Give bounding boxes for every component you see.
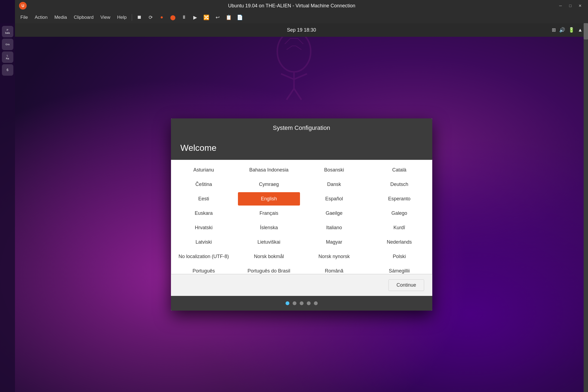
language-item[interactable]: Nederlands (368, 235, 430, 249)
scrollbar-thumb[interactable] (584, 23, 588, 39)
taskbar: Pbala Gra LRa 6 (0, 23, 15, 392)
language-item[interactable]: Português (173, 264, 235, 274)
menu-clipboard[interactable]: Clipboard (71, 14, 96, 21)
language-item[interactable]: Galego (368, 207, 430, 220)
toolbar-record1[interactable]: ● (157, 13, 167, 22)
language-item[interactable]: Português do Brasil (238, 264, 300, 274)
minimize-button[interactable]: ─ (557, 2, 564, 10)
toolbar-play[interactable]: ▶ (190, 13, 200, 22)
window-app-icon: U (19, 2, 27, 10)
language-item[interactable]: Deutsch (368, 178, 430, 191)
maximize-button[interactable]: □ (566, 2, 574, 10)
language-item[interactable]: Norsk bokmål (238, 250, 300, 263)
status-icons: ⊞ 🔊 🔋 ▲ (552, 27, 583, 33)
language-item[interactable]: Íslenska (238, 221, 300, 234)
pagination-dot-0[interactable] (286, 301, 289, 305)
language-item[interactable]: Italiano (303, 221, 365, 234)
pagination-dot-3[interactable] (307, 301, 311, 305)
language-item[interactable]: Cymraeg (238, 178, 300, 191)
taskbar-item-2[interactable]: LRa (2, 51, 13, 63)
toolbar-restart[interactable]: ⟳ (146, 13, 155, 22)
window-title: Ubuntu 19.04 on THE-ALIEN - Virtual Mach… (32, 3, 551, 9)
menu-media[interactable]: Media (52, 14, 70, 21)
system-config-dialog: System Configuration Welcome AsturianuBa… (171, 118, 432, 311)
language-item[interactable]: Français (238, 207, 300, 220)
language-list: AsturianuBahasa IndonesiaBosanskiCatalàČ… (171, 160, 432, 274)
pagination-dot-2[interactable] (300, 301, 304, 305)
clock: Sep 19 18:30 (287, 27, 316, 33)
welcome-heading: Welcome (180, 143, 217, 153)
language-item[interactable]: Euskara (173, 207, 235, 220)
network-icon: ⊞ (552, 27, 556, 33)
toolbar-file[interactable]: 📄 (235, 13, 245, 22)
toolbar-record2[interactable]: ⬤ (168, 13, 178, 22)
language-item[interactable]: Bahasa Indonesia (238, 163, 300, 177)
toolbar-undo[interactable]: ↩ (213, 13, 222, 22)
taskbar-item-3[interactable]: 6 (2, 64, 13, 76)
pagination-dot-1[interactable] (293, 301, 296, 305)
language-item[interactable]: Català (368, 163, 430, 177)
menu-action[interactable]: Action (32, 14, 50, 21)
language-item[interactable]: Español (303, 192, 365, 206)
language-item[interactable]: Kurdî (368, 221, 430, 234)
language-item[interactable]: Bosanski (303, 163, 365, 177)
dialog-title: System Configuration (273, 124, 330, 131)
language-item[interactable]: Čeština (173, 178, 235, 191)
menu-view[interactable]: View (98, 14, 113, 21)
volume-icon: 🔊 (559, 27, 565, 33)
language-item[interactable]: Latviski (173, 235, 235, 249)
language-item[interactable]: Eesti (173, 192, 235, 206)
continue-button[interactable]: Continue (388, 279, 424, 291)
window-controls: ─ □ ✕ (557, 2, 584, 10)
toolbar-stop[interactable]: ⏹ (134, 13, 144, 22)
menu-file[interactable]: File (18, 14, 30, 21)
toolbar-pause[interactable]: ⏸ (179, 13, 189, 22)
language-item[interactable]: Polski (368, 250, 430, 263)
taskbar-item-1[interactable]: Gra (2, 39, 13, 50)
language-item[interactable]: Hrvatski (173, 221, 235, 234)
language-item[interactable]: Norsk nynorsk (303, 250, 365, 263)
language-item[interactable]: English (238, 192, 300, 206)
window-scrollbar[interactable] (584, 23, 588, 392)
toolbar-separator (132, 14, 132, 21)
dialog-header: System Configuration (171, 118, 432, 137)
status-bar: Sep 19 18:30 ⊞ 🔊 🔋 ▲ (15, 23, 588, 37)
pagination-dot-4[interactable] (314, 301, 318, 305)
battery-icon: 🔋 (568, 27, 574, 33)
language-item[interactable]: Gaeilge (303, 207, 365, 220)
language-item[interactable]: Esperanto (368, 192, 430, 206)
toolbar-shuffle[interactable]: 🔀 (201, 13, 211, 22)
scroll-up-icon[interactable]: ▲ (578, 27, 583, 33)
close-button[interactable]: ✕ (576, 2, 584, 10)
language-item[interactable]: Magyar (303, 235, 365, 249)
taskbar-item-0[interactable]: Pbala (2, 26, 13, 37)
content-area: System Configuration Welcome AsturianuBa… (15, 37, 588, 392)
language-item[interactable]: Română (303, 264, 365, 274)
toolbar-clipboard[interactable]: 📋 (224, 13, 234, 22)
language-item[interactable]: Asturianu (173, 163, 235, 177)
pagination-dots (171, 296, 432, 311)
window-top-bar: U Ubuntu 19.04 on THE-ALIEN - Virtual Ma… (15, 0, 588, 11)
language-item[interactable]: Sámegillii (368, 264, 430, 274)
language-item[interactable]: Lietuviškai (238, 235, 300, 249)
window-titlebar: U Ubuntu 19.04 on THE-ALIEN - Virtual Ma… (15, 0, 588, 23)
language-item[interactable]: Dansk (303, 178, 365, 191)
dialog-welcome-section: Welcome (171, 137, 432, 160)
menu-bar: File Action Media Clipboard View Help ⏹ … (15, 11, 588, 23)
language-item[interactable]: No localization (UTF-8) (173, 250, 235, 263)
menu-help[interactable]: Help (114, 14, 129, 21)
dialog-footer: Continue (171, 274, 432, 296)
